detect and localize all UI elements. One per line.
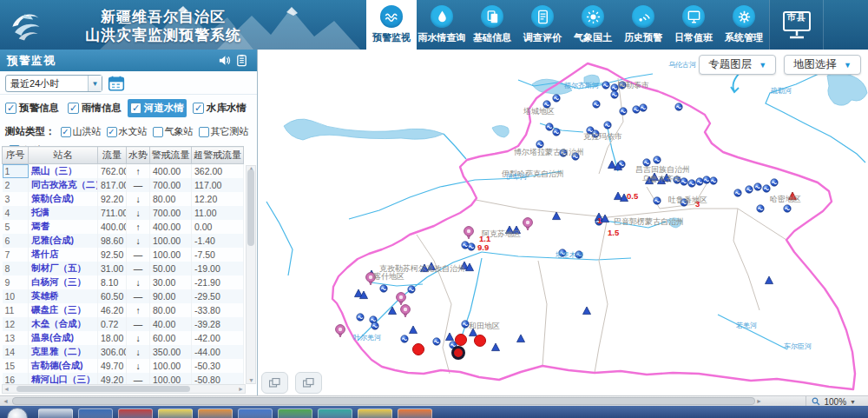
- table-row[interactable]: 14克里雅（二）306.00↓350.00-44.00: [3, 345, 244, 359]
- checkbox[interactable]: ✓: [5, 103, 16, 114]
- taskbar-app-button[interactable]: [238, 408, 273, 418]
- hydro-station-marker[interactable]: [462, 321, 469, 328]
- nav-item-raindrop[interactable]: 雨水情查询: [417, 0, 467, 50]
- hydro-station-marker[interactable]: [611, 84, 618, 91]
- warning-pin-marker[interactable]: [401, 305, 411, 317]
- hydro-station-marker[interactable]: [746, 186, 753, 193]
- table-row[interactable]: 6尼雅(合成)98.60↓100.00-1.40: [3, 234, 244, 248]
- city-county-button[interactable]: 市县: [769, 0, 823, 50]
- basemap-select-button[interactable]: 地图选择 ▼: [784, 55, 861, 75]
- taskbar-app-button[interactable]: [358, 408, 392, 418]
- taskbar-app-button[interactable]: [278, 408, 312, 418]
- alarm-station-marker[interactable]: [456, 335, 467, 346]
- nav-item-gear[interactable]: 系统管理: [719, 0, 769, 50]
- nav-item-sun[interactable]: 气象国土: [568, 0, 618, 50]
- hydro-station-marker[interactable]: [784, 205, 791, 212]
- table-row[interactable]: 15吉勒德(合成)49.70↓100.00-50.30: [3, 359, 244, 373]
- alarm-station-ring-marker[interactable]: [453, 348, 464, 359]
- hydro-station-marker[interactable]: [654, 156, 661, 163]
- hydro-station-marker[interactable]: [602, 82, 609, 89]
- table-row[interactable]: 11碾盘庄（三）46.20↑80.00-33.80: [3, 303, 244, 317]
- checkbox[interactable]: [199, 127, 209, 137]
- taskbar-app-button[interactable]: [78, 408, 113, 418]
- alarm-station-marker[interactable]: [413, 344, 424, 355]
- column-header[interactable]: 序号: [3, 147, 29, 164]
- hydro-station-marker[interactable]: [688, 180, 695, 187]
- scrollbar-thumb[interactable]: [247, 169, 254, 246]
- checkbox[interactable]: [153, 127, 163, 137]
- hydro-station-marker[interactable]: [536, 141, 543, 148]
- filter-水库水情[interactable]: ✓水库水情: [190, 99, 249, 117]
- hydro-station-marker[interactable]: [401, 335, 408, 342]
- filter-预警信息[interactable]: ✓预警信息: [3, 99, 62, 117]
- filter-河道水情[interactable]: ✓河道水情: [128, 99, 187, 117]
- hydro-station-marker[interactable]: [754, 183, 761, 190]
- station-type-水文站[interactable]: ✓水文站: [107, 125, 148, 138]
- hydro-station-marker[interactable]: [468, 243, 475, 250]
- flood-station-marker[interactable]: [410, 326, 418, 334]
- table-row[interactable]: 9白杨河（三）8.10↓30.00-21.90: [3, 275, 244, 289]
- hydro-station-marker[interactable]: [553, 129, 560, 136]
- checkbox[interactable]: ✓: [130, 103, 141, 114]
- column-header[interactable]: 流量: [98, 147, 127, 164]
- table-row[interactable]: 8制材厂（五）31.00—50.00-19.00: [3, 262, 244, 275]
- warning-pin-marker[interactable]: [336, 325, 345, 337]
- flood-station-marker[interactable]: [517, 335, 525, 342]
- warning-pin-marker[interactable]: [464, 227, 474, 239]
- station-type-其它测站[interactable]: 其它测站: [199, 125, 249, 138]
- table-row[interactable]: 12木垒（合成）0.72—40.00-39.28: [3, 317, 244, 331]
- nav-item-signal[interactable]: 历史预警: [618, 0, 668, 50]
- checkbox[interactable]: ✓: [107, 127, 117, 137]
- table-vertical-scrollbar[interactable]: ▲ ▼: [246, 165, 256, 384]
- map-window-tool-button[interactable]: [261, 372, 288, 394]
- hydro-station-marker[interactable]: [408, 286, 415, 293]
- scrollbar-thumb[interactable]: [16, 386, 190, 392]
- taskbar-app-button[interactable]: [118, 408, 153, 418]
- hydro-station-marker[interactable]: [357, 314, 364, 321]
- horizontal-scrollbar-thumb[interactable]: [12, 397, 755, 405]
- taskbar-app-button[interactable]: [398, 408, 432, 418]
- hydro-station-marker[interactable]: [757, 205, 764, 212]
- table-row[interactable]: 7塔什店92.50—100.00-7.50: [3, 248, 244, 262]
- map-window-tool-button-2[interactable]: [295, 372, 322, 394]
- table-row[interactable]: 10英雄桥60.50—90.00-29.50: [3, 289, 244, 303]
- checkbox[interactable]: ✓: [193, 103, 204, 114]
- hydro-station-marker[interactable]: [620, 108, 627, 115]
- theme-layer-button[interactable]: 专题图层 ▼: [699, 55, 776, 75]
- flood-station-marker[interactable]: [608, 161, 616, 169]
- warning-pin-marker[interactable]: [397, 293, 406, 305]
- flood-station-marker[interactable]: [492, 343, 500, 351]
- table-horizontal-scrollbar[interactable]: ◄ ►: [2, 384, 246, 394]
- taskbar-app-button[interactable]: [158, 408, 193, 418]
- flood-station-marker[interactable]: [583, 307, 591, 315]
- hydro-station-marker[interactable]: [696, 178, 703, 185]
- table-row[interactable]: 5焉耆400.00↑400.000.00: [3, 220, 244, 234]
- station-type-山洪站[interactable]: ✓山洪站: [61, 125, 102, 138]
- table-row[interactable]: 13温泉(合成)18.00↓60.00-42.00: [3, 331, 244, 345]
- flood-station-marker[interactable]: [446, 333, 454, 341]
- time-range-select[interactable]: 最近24小时 ▼: [5, 75, 102, 92]
- windows-taskbar[interactable]: [0, 406, 868, 418]
- calendar-button[interactable]: [108, 76, 125, 92]
- hydro-station-marker[interactable]: [604, 122, 611, 129]
- flood-station-marker[interactable]: [553, 212, 561, 220]
- column-header[interactable]: 警戒流量: [150, 147, 192, 164]
- table-row[interactable]: 3策勒(合成)92.20↓80.0012.20: [3, 192, 244, 206]
- filter-雨情信息[interactable]: ✓雨情信息: [65, 99, 124, 117]
- map-area[interactable]: 阿勒泰市塔城地区克拉玛依市博尔塔拉蒙古自治州伊犁哈萨克自治州昌吉回族自治州乌鲁木…: [258, 50, 868, 395]
- hydro-station-marker[interactable]: [640, 104, 647, 111]
- column-header[interactable]: 超警戒流量: [192, 147, 244, 164]
- flood-station-marker[interactable]: [389, 307, 397, 315]
- checkbox[interactable]: ✓: [61, 127, 71, 137]
- hydro-station-marker[interactable]: [710, 177, 717, 184]
- flood-station-marker[interactable]: [615, 192, 622, 200]
- hydro-station-marker[interactable]: [372, 322, 378, 329]
- hydro-station-marker[interactable]: [593, 101, 600, 108]
- hydro-station-marker[interactable]: [611, 91, 618, 98]
- taskbar-app-button[interactable]: [198, 408, 233, 418]
- warning-pin-marker[interactable]: [523, 218, 533, 230]
- hydro-station-marker[interactable]: [681, 178, 687, 185]
- nav-item-wave-monitor[interactable]: 预警监视: [366, 0, 417, 50]
- flood-station-marker[interactable]: [766, 276, 773, 284]
- hydro-station-marker[interactable]: [433, 338, 440, 345]
